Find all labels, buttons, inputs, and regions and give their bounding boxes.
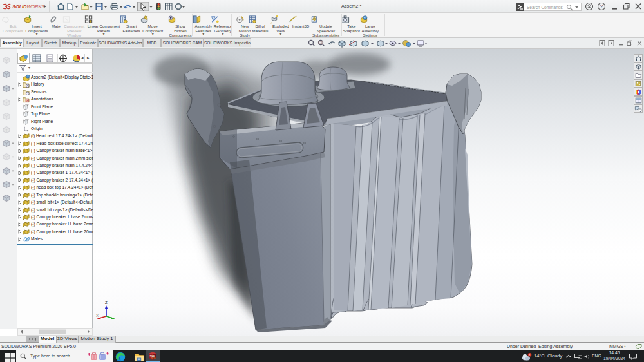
svg-text:Z: Z <box>105 301 108 305</box>
svg-text:X: X <box>96 314 99 318</box>
svg-text:A: A <box>26 99 28 102</box>
svg-text:?: ? <box>600 3 603 10</box>
svg-text:SOLIDWORKS: SOLIDWORKS <box>12 4 44 10</box>
